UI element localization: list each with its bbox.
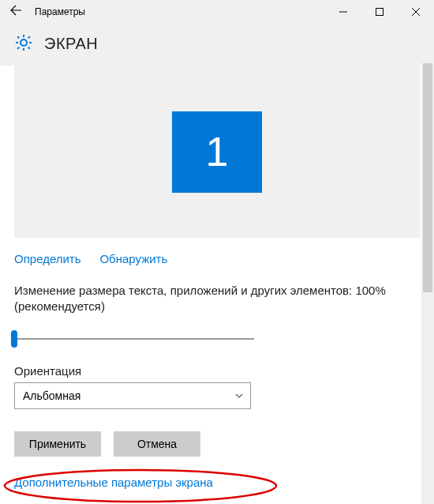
slider-thumb[interactable] bbox=[11, 330, 17, 348]
scale-slider-wrap bbox=[0, 315, 268, 348]
page-header: ЭКРАН bbox=[0, 24, 434, 66]
content-area: 1 Определить Обнаружить Изменение размер… bbox=[0, 66, 434, 489]
advanced-link-wrap: Дополнительные параметры экрана bbox=[0, 457, 434, 489]
title-bar: Параметры bbox=[0, 0, 434, 24]
vertical-scrollbar[interactable] bbox=[421, 63, 434, 504]
svg-rect-0 bbox=[376, 9, 383, 16]
window-controls bbox=[325, 0, 434, 24]
gear-icon bbox=[14, 33, 33, 55]
orientation-select-wrap: Альбомная bbox=[0, 382, 434, 409]
minimize-button[interactable] bbox=[325, 0, 361, 24]
scale-label: Изменение размера текста, приложений и д… bbox=[14, 283, 420, 315]
detect-link[interactable]: Обнаружить bbox=[99, 252, 167, 265]
monitor-number: 1 bbox=[206, 128, 229, 175]
chevron-down-icon bbox=[234, 391, 244, 401]
action-buttons: Применить Отмена bbox=[0, 409, 434, 457]
identify-link[interactable]: Определить bbox=[14, 252, 81, 265]
slider-track bbox=[14, 338, 254, 340]
maximize-button[interactable] bbox=[361, 0, 398, 24]
apply-button[interactable]: Применить bbox=[14, 431, 101, 457]
orientation-label: Ориентация bbox=[0, 348, 434, 382]
orientation-value: Альбомная bbox=[23, 389, 80, 402]
scale-slider[interactable] bbox=[14, 329, 254, 348]
back-button[interactable] bbox=[0, 4, 32, 20]
maximize-icon bbox=[376, 8, 383, 16]
back-arrow-icon bbox=[9, 4, 22, 17]
close-button[interactable] bbox=[398, 0, 434, 24]
cancel-button[interactable]: Отмена bbox=[114, 431, 200, 457]
page-title: ЭКРАН bbox=[44, 35, 98, 53]
minimize-icon bbox=[339, 8, 347, 16]
display-preview: 1 bbox=[14, 66, 420, 238]
display-links: Определить Обнаружить bbox=[0, 238, 434, 265]
scale-section: Изменение размера текста, приложений и д… bbox=[0, 265, 434, 315]
orientation-select[interactable]: Альбомная bbox=[14, 382, 251, 409]
window-title: Параметры bbox=[32, 6, 325, 17]
advanced-display-settings-link[interactable]: Дополнительные параметры экрана bbox=[14, 476, 213, 489]
scrollbar-thumb[interactable] bbox=[423, 63, 432, 292]
close-icon bbox=[412, 8, 420, 16]
monitor-tile-1[interactable]: 1 bbox=[172, 111, 262, 193]
